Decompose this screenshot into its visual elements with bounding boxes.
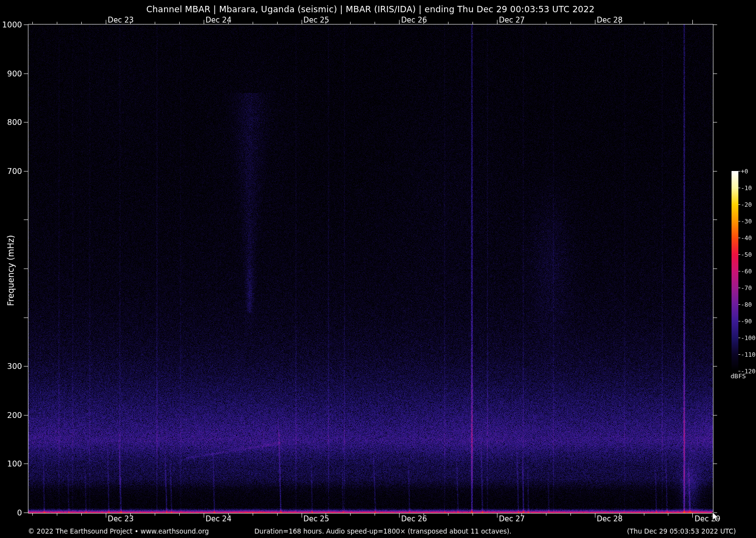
x-tick-label-top: Dec 27 xyxy=(499,16,525,24)
colorbar-tick-label: -110 xyxy=(741,351,756,358)
x-tick-label-bottom: Dec 24 xyxy=(206,514,232,523)
x-tick-label-bottom: Dec 28 xyxy=(597,514,623,523)
y-tick-label: 900 xyxy=(0,69,22,78)
colorbar-tick-label: -100 xyxy=(741,334,756,342)
colorbar-tick-label: +0 xyxy=(741,168,748,175)
mouse-cursor-icon xyxy=(711,512,720,522)
y-tick-label: 1000 xyxy=(0,20,22,29)
spectrogram-canvas xyxy=(0,0,756,538)
x-tick-label-bottom: Dec 27 xyxy=(499,514,525,523)
colorbar-tick-label: -70 xyxy=(741,284,752,292)
x-tick-label-top: Dec 26 xyxy=(401,16,427,24)
y-tick-label: 0 xyxy=(0,508,22,517)
colorbar-tick-label: -60 xyxy=(741,268,752,275)
footer-generated-timestamp: (Thu Dec 29 05:03:53 2022 UTC) xyxy=(589,527,736,535)
colorbar-tick-label: -80 xyxy=(741,301,752,308)
x-tick-label-top: Dec 25 xyxy=(304,16,330,24)
y-tick-label: 200 xyxy=(0,411,22,420)
x-tick-label-top: Dec 28 xyxy=(597,16,623,24)
page-title: Channel MBAR | Mbarara, Uganda (seismic)… xyxy=(0,4,741,14)
x-tick-label-bottom: Dec 23 xyxy=(108,514,134,523)
colorbar-tick-label: -90 xyxy=(741,318,752,325)
colorbar-tick-label: -10 xyxy=(741,184,752,192)
x-tick-label-top: Dec 23 xyxy=(108,16,134,24)
y-tick-label: 800 xyxy=(0,118,22,127)
colorbar-tick-label: -40 xyxy=(741,234,752,242)
colorbar-tick-label: -50 xyxy=(741,251,752,258)
x-tick-label-top: Dec 24 xyxy=(206,16,232,24)
y-tick-label: 700 xyxy=(0,167,22,176)
footer-duration: Duration=168 hours. Audio speed-up=1800×… xyxy=(196,527,570,535)
y-tick-label: 300 xyxy=(0,362,22,371)
footer-copyright: © 2022 The Earthsound Project • www.eart… xyxy=(28,527,209,535)
y-tick-label: 100 xyxy=(0,459,22,468)
x-tick-label-bottom: Dec 25 xyxy=(304,514,330,523)
colorbar-unit-label: dBFS xyxy=(731,372,746,380)
spectrogram-page: Channel MBAR | Mbarara, Uganda (seismic)… xyxy=(0,0,756,538)
colorbar-tick-label: -20 xyxy=(741,201,752,208)
x-tick-label-bottom: Dec 26 xyxy=(401,514,427,523)
y-axis-title: Frequency (mHz) xyxy=(6,235,16,306)
colorbar-tick-label: -30 xyxy=(741,218,752,225)
